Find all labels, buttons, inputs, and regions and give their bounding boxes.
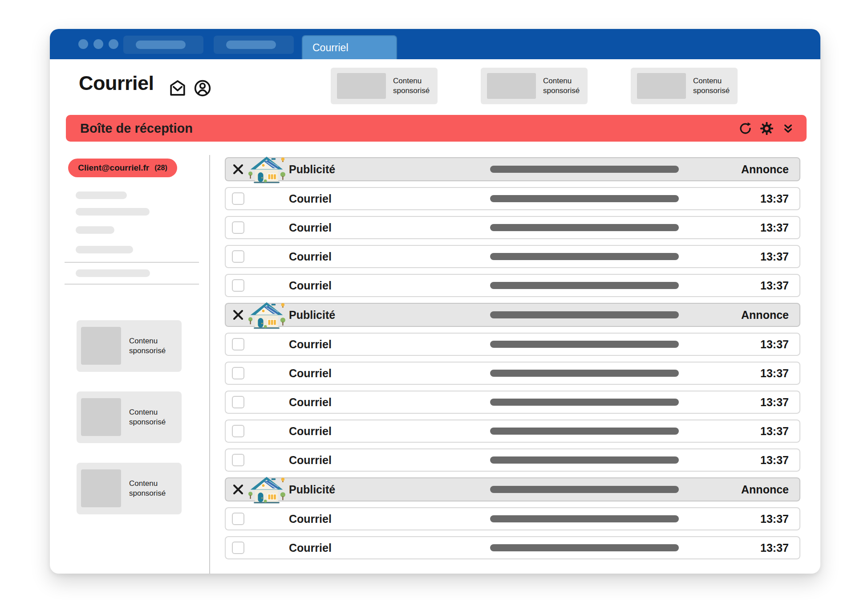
sponsored-content-box[interactable]: Contenu sponsorisé bbox=[77, 391, 182, 443]
sponsored-label: Contenu sponsorisé bbox=[129, 407, 174, 427]
email-subject-label: Courriel bbox=[289, 192, 332, 205]
email-subject-label: Courriel bbox=[289, 542, 332, 554]
email-checkbox[interactable] bbox=[232, 279, 244, 292]
email-subject-label: Courriel bbox=[289, 250, 332, 263]
content-placeholder-bar bbox=[490, 166, 679, 173]
close-ad-button[interactable] bbox=[231, 163, 245, 176]
email-checkbox[interactable] bbox=[232, 367, 244, 379]
sidebar-placeholder-bar bbox=[76, 191, 127, 199]
email-checkbox[interactable] bbox=[232, 425, 244, 437]
email-checkbox[interactable] bbox=[232, 221, 244, 234]
content-placeholder-bar bbox=[490, 515, 679, 522]
content-placeholder-bar bbox=[490, 224, 679, 231]
content-placeholder-bar bbox=[490, 282, 679, 289]
tab-placeholder-label-bar bbox=[136, 41, 186, 49]
browser-window: Courriel Courriel Contenu sponsoriséCont… bbox=[50, 29, 820, 574]
ad-badge: Annonce bbox=[741, 483, 789, 496]
email-row[interactable]: Courriel13:37 bbox=[225, 187, 800, 210]
window-control-dot[interactable] bbox=[93, 39, 103, 49]
email-subject-label: Courriel bbox=[289, 221, 332, 234]
window-control-dot[interactable] bbox=[109, 39, 118, 49]
email-checkbox[interactable] bbox=[232, 454, 244, 466]
email-time: 13:37 bbox=[760, 192, 789, 205]
ad-house-image bbox=[248, 475, 285, 505]
content-placeholder-bar bbox=[490, 311, 679, 318]
content-placeholder-bar bbox=[490, 341, 679, 348]
close-ad-button[interactable] bbox=[231, 308, 245, 322]
email-checkbox[interactable] bbox=[232, 192, 244, 205]
account-icon[interactable] bbox=[193, 79, 212, 98]
ad-house-image bbox=[248, 301, 285, 330]
ad-label: Publicité bbox=[289, 163, 335, 176]
email-time: 13:37 bbox=[760, 425, 789, 438]
email-time: 13:37 bbox=[760, 396, 789, 409]
email-subject-label: Courriel bbox=[289, 338, 332, 351]
content-placeholder-bar bbox=[490, 370, 679, 377]
email-subject-label: Courriel bbox=[289, 513, 332, 526]
account-badge[interactable]: Client@courriel.fr (28) bbox=[68, 159, 177, 177]
content-placeholder-bar bbox=[490, 544, 679, 551]
email-time: 13:37 bbox=[760, 279, 789, 292]
page-background: Courriel Courriel Contenu sponsoriséCont… bbox=[0, 0, 868, 603]
email-time: 13:37 bbox=[760, 513, 789, 526]
sponsored-label: Contenu sponsorisé bbox=[129, 479, 174, 498]
sidebar-placeholder-bar bbox=[76, 208, 150, 216]
content-placeholder-bar bbox=[490, 456, 679, 464]
tab-placeholder[interactable] bbox=[123, 36, 203, 54]
ad-house-image bbox=[248, 155, 285, 185]
content-placeholder-bar bbox=[490, 253, 679, 260]
email-time: 13:37 bbox=[760, 542, 789, 554]
email-row[interactable]: Courriel13:37 bbox=[225, 333, 800, 356]
email-row[interactable]: Courriel13:37 bbox=[225, 391, 800, 414]
email-row[interactable]: Courriel13:37 bbox=[225, 507, 800, 530]
ad-row[interactable]: PublicitéAnnonce bbox=[225, 477, 800, 501]
ad-label: Publicité bbox=[289, 309, 335, 322]
email-checkbox[interactable] bbox=[232, 250, 244, 263]
mail-list: PublicitéAnnonceCourriel13:37Courriel13:… bbox=[225, 29, 800, 574]
content-placeholder-bar bbox=[490, 399, 679, 406]
email-checkbox[interactable] bbox=[232, 338, 244, 350]
mail-icon[interactable] bbox=[168, 79, 187, 98]
email-time: 13:37 bbox=[760, 367, 789, 380]
email-subject-label: Courriel bbox=[289, 425, 332, 438]
close-ad-button[interactable] bbox=[231, 483, 245, 496]
sponsored-image-placeholder bbox=[81, 327, 121, 365]
sidebar-placeholder-bar bbox=[76, 269, 150, 277]
ad-badge: Annonce bbox=[741, 309, 789, 322]
email-row[interactable]: Courriel13:37 bbox=[225, 420, 800, 443]
email-checkbox[interactable] bbox=[232, 513, 244, 525]
email-subject-label: Courriel bbox=[289, 279, 332, 292]
email-subject-label: Courriel bbox=[289, 367, 332, 380]
sidebar-divider bbox=[65, 262, 199, 263]
ad-row[interactable]: PublicitéAnnonce bbox=[225, 303, 800, 327]
inbox-title: Boîte de réception bbox=[66, 121, 193, 136]
window-controls bbox=[78, 39, 118, 49]
email-checkbox[interactable] bbox=[232, 542, 244, 554]
ad-label: Publicité bbox=[289, 483, 335, 496]
ad-badge: Annonce bbox=[741, 163, 789, 176]
content-placeholder-bar bbox=[490, 195, 679, 202]
email-checkbox[interactable] bbox=[232, 396, 244, 408]
email-row[interactable]: Courriel13:37 bbox=[225, 274, 800, 297]
email-time: 13:37 bbox=[760, 221, 789, 234]
sponsored-image-placeholder bbox=[81, 469, 121, 507]
email-subject-label: Courriel bbox=[289, 396, 332, 409]
ad-row[interactable]: PublicitéAnnonce bbox=[225, 157, 800, 181]
email-row[interactable]: Courriel13:37 bbox=[225, 362, 800, 385]
sidebar-divider bbox=[65, 284, 199, 285]
email-time: 13:37 bbox=[760, 454, 789, 467]
email-row[interactable]: Courriel13:37 bbox=[225, 536, 800, 559]
sponsored-content-box[interactable]: Contenu sponsorisé bbox=[77, 320, 182, 372]
window-control-dot[interactable] bbox=[78, 39, 88, 49]
sidebar-list-divider bbox=[209, 155, 210, 574]
sidebar-placeholder-bar bbox=[76, 246, 133, 253]
email-row[interactable]: Courriel13:37 bbox=[225, 245, 800, 268]
email-row[interactable]: Courriel13:37 bbox=[225, 448, 800, 472]
email-subject-label: Courriel bbox=[289, 454, 332, 467]
email-time: 13:37 bbox=[760, 338, 789, 351]
content-placeholder-bar bbox=[490, 428, 679, 435]
unread-count: (28) bbox=[154, 164, 167, 172]
email-row[interactable]: Courriel13:37 bbox=[225, 216, 800, 239]
sidebar-placeholder-bar bbox=[76, 226, 114, 234]
sponsored-content-box[interactable]: Contenu sponsorisé bbox=[77, 463, 182, 514]
